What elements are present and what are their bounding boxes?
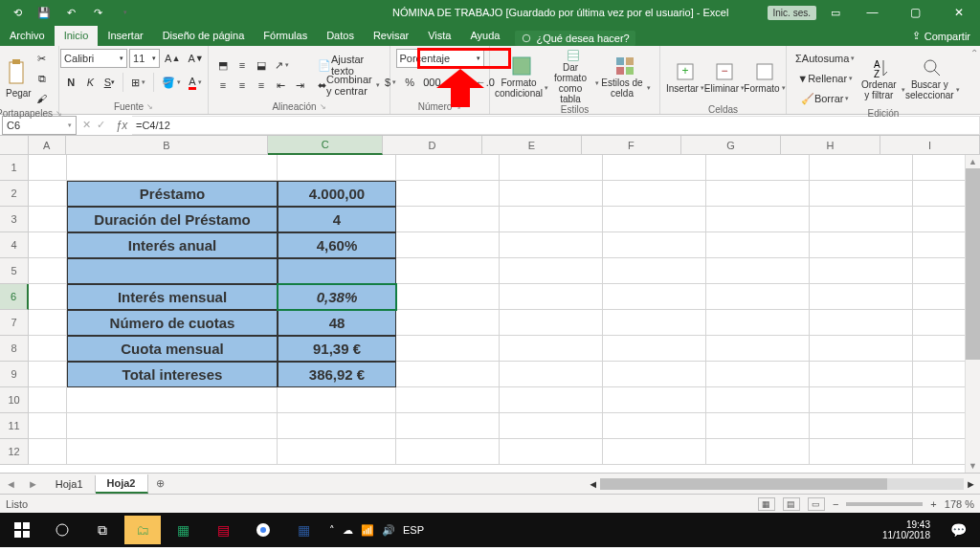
decrease-font-button[interactable]: A▼ <box>186 49 207 68</box>
format-as-table-button[interactable]: Dar formato como tabla <box>547 49 599 104</box>
tab-view[interactable]: Vista <box>418 26 460 46</box>
cell-H1[interactable] <box>810 155 913 181</box>
increase-decimal-button[interactable]: .0→ <box>446 73 471 92</box>
hscroll-left-icon[interactable]: ◄ <box>588 478 598 490</box>
taskview-button[interactable]: ⧉ <box>84 516 121 544</box>
cell-F11[interactable] <box>603 413 706 439</box>
fill-button[interactable]: ▼ Rellenar <box>792 69 858 88</box>
cell-B9[interactable]: Total intereses <box>67 362 278 387</box>
cell-B7[interactable]: Número de cuotas <box>67 310 278 336</box>
cell-A1[interactable] <box>29 155 67 181</box>
cell-G12[interactable] <box>706 439 810 465</box>
col-header-B[interactable]: B <box>66 136 269 155</box>
hscroll-right-icon[interactable]: ► <box>966 478 976 490</box>
system-tray[interactable]: ˄ ☁ 📶 🔊 ESP <box>325 524 428 537</box>
minimize-button[interactable]: — <box>851 0 894 25</box>
cell-F9[interactable] <box>603 362 706 387</box>
cell-G11[interactable] <box>706 413 810 439</box>
indent-dec-button[interactable]: ⇤ <box>272 76 289 95</box>
sheet-tab-hoja1[interactable]: Hoja1 <box>44 475 96 493</box>
cell-B11[interactable] <box>67 413 278 439</box>
col-header-I[interactable]: I <box>880 136 980 155</box>
cell-G10[interactable] <box>706 387 810 413</box>
tab-layout[interactable]: Diseño de página <box>153 26 255 46</box>
cell-E9[interactable] <box>500 362 603 387</box>
cell-D5[interactable] <box>396 258 500 284</box>
cell-E3[interactable] <box>500 207 603 232</box>
conditional-formatting-button[interactable]: Formato condicional <box>496 49 547 104</box>
border-button[interactable]: ⊞ <box>128 73 148 92</box>
cell-A2[interactable] <box>29 181 67 207</box>
cell-A10[interactable] <box>29 387 67 413</box>
cell-C3[interactable]: 4 <box>278 207 396 232</box>
cell-H8[interactable] <box>810 336 913 362</box>
tab-file[interactable]: Archivo <box>0 26 55 46</box>
cell-F3[interactable] <box>603 207 706 232</box>
view-normal-button[interactable]: ▦ <box>758 497 775 511</box>
font-size-dropdown[interactable]: 11▾ <box>129 49 160 68</box>
cell-C10[interactable] <box>278 387 396 413</box>
tab-home[interactable]: Inicio <box>55 26 99 46</box>
cell-B1[interactable] <box>67 155 278 181</box>
tab-review[interactable]: Revisar <box>364 26 418 46</box>
clear-button[interactable]: 🧹 Borrar <box>792 89 858 108</box>
autosum-button[interactable]: Σ Autosuma <box>792 49 858 68</box>
grid[interactable]: Préstamo4.000,00Duración del Préstamo4In… <box>29 155 980 465</box>
pdf-taskbar-icon[interactable]: ▤ <box>205 516 241 544</box>
cell-F1[interactable] <box>603 155 706 181</box>
cell-H5[interactable] <box>810 258 913 284</box>
collapse-ribbon-icon[interactable]: ⌃ <box>970 48 978 58</box>
excel-taskbar-icon[interactable]: ▦ <box>165 516 201 544</box>
font-name-dropdown[interactable]: Calibri▾ <box>60 49 127 68</box>
cell-H6[interactable] <box>810 284 913 310</box>
wrap-text-button[interactable]: 📄 Ajustar texto <box>314 55 384 75</box>
notifications-button[interactable]: 💬 <box>940 516 976 544</box>
row-header-3[interactable]: 3 <box>0 207 29 232</box>
col-header-D[interactable]: D <box>383 136 482 155</box>
zoom-out-button[interactable]: − <box>833 498 838 510</box>
cell-B5[interactable] <box>67 258 278 284</box>
cell-A7[interactable] <box>29 310 67 336</box>
cell-F2[interactable] <box>603 181 706 207</box>
cell-D9[interactable] <box>396 362 500 387</box>
cell-G2[interactable] <box>706 181 810 207</box>
lang-indicator[interactable]: ESP <box>403 524 424 536</box>
sort-filter-button[interactable]: AZOrdenar y filtrar <box>858 51 905 106</box>
cell-F7[interactable] <box>603 310 706 336</box>
undo-icon[interactable]: ↶ <box>59 0 82 25</box>
cell-E8[interactable] <box>500 336 603 362</box>
col-header-H[interactable]: H <box>781 136 880 155</box>
cut-button[interactable]: ✂ <box>33 49 51 68</box>
wifi-icon[interactable]: 📶 <box>361 524 374 537</box>
row-header-1[interactable]: 1 <box>0 155 29 181</box>
cell-C5[interactable] <box>278 258 396 284</box>
cell-D11[interactable] <box>396 413 500 439</box>
cell-F5[interactable] <box>603 258 706 284</box>
cell-D2[interactable] <box>396 181 500 207</box>
cell-F4[interactable] <box>603 232 706 258</box>
number-dlg-icon[interactable]: ↘ <box>455 102 461 111</box>
cell-B4[interactable]: Interés anual <box>67 232 278 258</box>
chrome-taskbar-icon[interactable] <box>245 516 281 544</box>
cell-D10[interactable] <box>396 387 500 413</box>
scroll-down-icon[interactable]: ▼ <box>966 459 980 473</box>
align-middle-button[interactable]: ≡ <box>234 55 251 75</box>
zoom-in-button[interactable]: + <box>930 498 936 510</box>
cell-H3[interactable] <box>810 207 913 232</box>
cell-B3[interactable]: Duración del Préstamo <box>67 207 278 232</box>
ribbon-display-icon[interactable]: ▭ <box>824 0 847 25</box>
underline-button[interactable]: S▾ <box>100 73 118 92</box>
scroll-up-icon[interactable]: ▲ <box>966 155 980 168</box>
enter-formula-icon[interactable]: ✓ <box>97 119 105 131</box>
row-header-6[interactable]: 6 <box>0 284 29 310</box>
cell-G8[interactable] <box>706 336 810 362</box>
cell-F6[interactable] <box>603 284 706 310</box>
font-color-button[interactable]: A <box>186 73 204 92</box>
cell-E11[interactable] <box>500 413 603 439</box>
cell-A3[interactable] <box>29 207 67 232</box>
paste-button[interactable]: Pegar <box>6 88 32 99</box>
cell-D7[interactable] <box>396 310 500 336</box>
cell-A11[interactable] <box>29 413 67 439</box>
cell-G9[interactable] <box>706 362 810 387</box>
cell-C8[interactable]: 91,39 € <box>278 336 396 362</box>
